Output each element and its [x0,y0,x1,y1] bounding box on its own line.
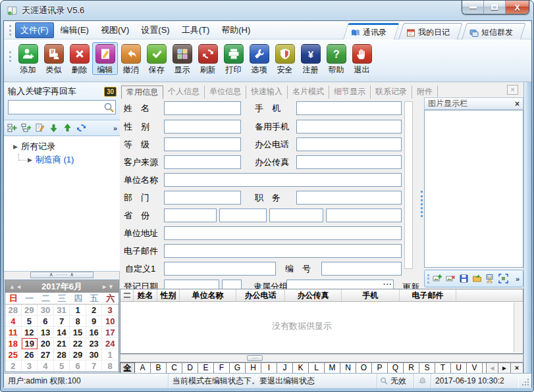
toolbar-clone-button[interactable]: 类似 [41,42,67,75]
province-input-4[interactable] [326,208,402,222]
alphabet-letter[interactable]: G [230,362,246,374]
fit-image-icon[interactable] [498,274,508,283]
calendar-day[interactable]: 5 [22,316,38,327]
form-scrollbar[interactable] [404,101,413,269]
alphabet-letter[interactable]: V [467,362,483,374]
calendar-splitter[interactable]: ∧ ····· ∧ [4,272,120,280]
gender-input[interactable] [164,120,241,134]
menu-item-settings[interactable]: 设置(S) [136,22,174,38]
calendar-day[interactable]: 8 [70,316,86,327]
column-header-name[interactable]: 姓名 [134,289,157,301]
column-header-office-fax[interactable]: 办公传真 [285,289,342,301]
alphabet-letter[interactable]: N [340,362,356,374]
calendar-day[interactable]: 2 [86,305,103,316]
calendar-day[interactable]: 1 [102,349,119,360]
calendar-day[interactable]: 20 [38,338,54,349]
calendar-day[interactable]: 31 [54,305,70,316]
alphabet-letter[interactable]: B [151,362,167,374]
custom1-input[interactable] [164,262,276,276]
tree-item-manufacturer[interactable]: ▶ 制造商 (1) [4,153,120,166]
tab-company-info[interactable]: 单位信息 [205,86,246,99]
calendar-day[interactable]: 28 [5,305,22,316]
alphabet-letter[interactable]: I [261,362,277,374]
remove-image-icon[interactable] [446,274,456,283]
alphabet-letter[interactable]: Q [388,362,404,374]
move-down-icon[interactable] [49,123,59,133]
calendar-day[interactable]: 4 [38,360,54,372]
refresh-tree-icon[interactable] [76,123,86,133]
calendar-day[interactable]: 17 [102,327,119,338]
alphabet-letter[interactable]: E [198,362,214,374]
menu-item-file[interactable]: 文件(F) [15,22,54,38]
alphabet-letter[interactable]: T [435,362,451,374]
calendar-day[interactable]: 11 [5,327,22,338]
more-chevron-icon[interactable]: » [113,124,117,132]
toolbar-help-button[interactable]: ? 帮助 [323,42,349,75]
province-input-1[interactable] [164,208,217,222]
calendar-day[interactable]: 29 [22,305,38,316]
expand-arrow-icon[interactable]: ▶ [28,157,32,163]
calendar-day[interactable]: 22 [70,338,86,349]
calendar-day[interactable]: 4 [5,316,22,327]
calendar-day[interactable]: 15 [70,327,86,338]
alphabet-letter[interactable]: U [451,362,467,374]
province-input-2[interactable] [219,208,267,222]
calendar-day[interactable]: 25 [5,349,22,360]
calendar-day[interactable]: 8 [102,360,119,372]
calendar-day[interactable]: 21 [54,338,70,349]
grade-input[interactable] [164,137,241,151]
column-header-gender[interactable]: 性别 [157,289,180,301]
calendar-day[interactable]: 24 [102,338,119,349]
calendar-day[interactable]: 6 [70,360,86,372]
calendar-day[interactable]: 7 [86,360,103,372]
calendar-day[interactable]: 19 [22,338,38,349]
alt-mobile-input[interactable] [296,120,402,134]
splitter-grip[interactable] [421,191,423,217]
row-selector-column-icon[interactable] [120,289,134,301]
office-fax-input[interactable] [296,155,402,169]
menu-item-edit[interactable]: 编辑(E) [55,22,94,38]
alphabet-letter[interactable]: J [277,362,293,374]
calendar-day[interactable]: 28 [54,349,70,360]
close-button[interactable]: X [506,1,529,14]
calendar-day[interactable]: 6 [38,316,54,327]
tab-quick-entry[interactable]: 快速输入 [246,86,288,99]
column-header-office-phone[interactable]: 办公电话 [236,289,285,301]
toolbar-exit-button[interactable]: 退出 [349,42,375,75]
next-year-month-icons[interactable]: ►▼ [101,283,115,290]
scroll-right-icon[interactable]: ► [498,362,511,374]
minimize-button[interactable] [462,1,484,14]
title-bar[interactable]: 天涯通讯录 V5.6 X [1,1,533,20]
splitter-handle-icon[interactable]: ∧ ····· ∧ [30,272,93,278]
calendar-day[interactable]: 26 [22,349,38,360]
alphabet-letter[interactable]: M [325,362,340,374]
alphabet-letter[interactable]: S [419,362,435,374]
menu-item-help[interactable]: 帮助(H) [216,22,255,38]
column-header-company[interactable]: 单位名称 [180,289,236,301]
calendar-day[interactable]: 10 [102,316,119,327]
move-up-icon[interactable] [63,123,72,133]
status-bell[interactable] [414,374,431,388]
calendar-day[interactable]: 2 [5,360,22,372]
office-phone-input[interactable] [296,137,402,151]
group-browse-button[interactable]: ··· [383,280,392,288]
table-body[interactable]: 没有数据供显示 [120,302,523,341]
toolbar-options-button[interactable]: 选项 [246,42,272,75]
add-child-node-icon[interactable] [21,123,31,133]
toolbar-delete-button[interactable]: 删除 [67,42,92,75]
serial-input[interactable] [321,262,402,276]
view-tab-sms[interactable]: 短信群发 [458,23,521,39]
menu-item-tools[interactable]: 工具(T) [176,22,215,38]
address-input[interactable] [164,226,402,240]
calendar-day[interactable]: 23 [86,338,103,349]
tab-personal-info[interactable]: 个人信息 [163,86,205,99]
scrollbar-thumb[interactable] [247,355,263,361]
calendar-day[interactable]: 30 [86,349,103,360]
view-tab-diary[interactable]: 我的日记 [394,23,458,39]
tab-detail-view[interactable]: 细节显示 [329,86,371,99]
position-input[interactable] [296,191,402,205]
calendar-day[interactable]: 12 [22,327,38,338]
view-tab-contacts[interactable]: 通讯录 [339,23,394,39]
alphabet-letter[interactable]: K [293,362,309,374]
scroll-left-icon[interactable]: ◄ [486,362,498,374]
